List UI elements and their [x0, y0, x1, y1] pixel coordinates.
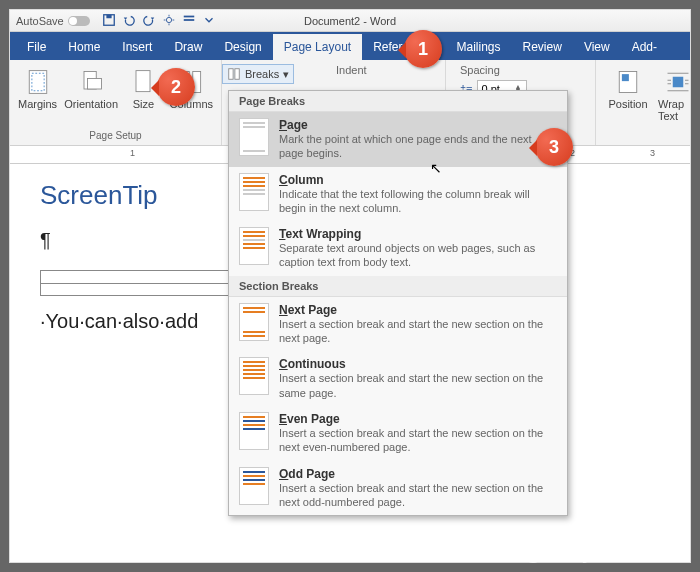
svg-rect-16: [673, 77, 684, 88]
tab-file[interactable]: File: [16, 34, 57, 60]
tab-addins[interactable]: Add-: [621, 34, 668, 60]
tab-draw[interactable]: Draw: [163, 34, 213, 60]
continuous-icon: [239, 357, 269, 395]
qat-more-icon[interactable]: [182, 13, 196, 29]
document-title: Document2 - Word: [304, 15, 396, 27]
break-even-page[interactable]: Even PageInsert a section break and star…: [229, 406, 567, 461]
callout-2: 2: [157, 68, 195, 106]
break-column[interactable]: ColumnIndicate that the text following t…: [229, 167, 567, 222]
tab-insert[interactable]: Insert: [111, 34, 163, 60]
break-page[interactable]: PageMark the point at which one page end…: [229, 112, 567, 167]
qat-dropdown-icon[interactable]: [202, 13, 216, 29]
save-icon[interactable]: [102, 13, 116, 29]
ribbon-tabs: File Home Insert Draw Design Page Layout…: [10, 32, 690, 60]
tab-page-layout[interactable]: Page Layout: [273, 34, 362, 60]
callout-3: 3: [535, 128, 573, 166]
svg-rect-12: [229, 69, 233, 80]
svg-rect-4: [183, 19, 194, 21]
mouse-cursor-icon: ↖: [430, 160, 442, 176]
svg-rect-8: [88, 79, 102, 90]
chevron-down-icon: ▾: [283, 68, 289, 81]
autosave-toggle[interactable]: AutoSave: [16, 15, 90, 27]
callout-1: 1: [404, 30, 442, 68]
page-break-icon: [239, 118, 269, 156]
break-text-wrapping[interactable]: Text WrappingSeparate text around object…: [229, 221, 567, 276]
title-bar: AutoSave Document2 - Word: [10, 10, 690, 32]
break-continuous[interactable]: ContinuousInsert a section break and sta…: [229, 351, 567, 406]
redo-icon[interactable]: [142, 13, 156, 29]
tab-mailings[interactable]: Mailings: [446, 34, 512, 60]
svg-rect-3: [183, 15, 194, 17]
orientation-button[interactable]: Orientation: [65, 64, 117, 110]
touch-icon[interactable]: [162, 13, 176, 29]
tab-review[interactable]: Review: [512, 34, 573, 60]
wrap-text-button[interactable]: Wrap Text: [658, 64, 691, 122]
svg-rect-13: [235, 69, 239, 80]
svg-rect-1: [106, 14, 111, 18]
break-odd-page[interactable]: Odd PageInsert a section break and start…: [229, 461, 567, 516]
table[interactable]: [40, 270, 240, 296]
section-section-breaks: Section Breaks: [229, 276, 567, 297]
position-button[interactable]: Position: [606, 64, 650, 110]
watermark: groovyPost.com: [530, 537, 684, 564]
section-page-breaks: Page Breaks: [229, 91, 567, 112]
tab-home[interactable]: Home: [57, 34, 111, 60]
margins-button[interactable]: Margins: [18, 64, 57, 110]
break-next-page[interactable]: Next PageInsert a section break and star…: [229, 297, 567, 352]
breaks-dropdown: Page Breaks PageMark the point at which …: [228, 90, 568, 516]
tab-view[interactable]: View: [573, 34, 621, 60]
breaks-button[interactable]: Breaks ▾: [222, 64, 294, 84]
odd-page-icon: [239, 467, 269, 505]
autosave-label: AutoSave: [16, 15, 64, 27]
tab-design[interactable]: Design: [213, 34, 272, 60]
group-label-page-setup: Page Setup: [18, 130, 213, 143]
text-wrap-break-icon: [239, 227, 269, 265]
next-page-icon: [239, 303, 269, 341]
even-page-icon: [239, 412, 269, 450]
column-break-icon: [239, 173, 269, 211]
svg-point-2: [166, 17, 171, 22]
undo-icon[interactable]: [122, 13, 136, 29]
svg-rect-15: [622, 74, 629, 81]
spacing-label: Spacing: [460, 64, 585, 76]
toggle-off-icon[interactable]: [68, 16, 90, 26]
